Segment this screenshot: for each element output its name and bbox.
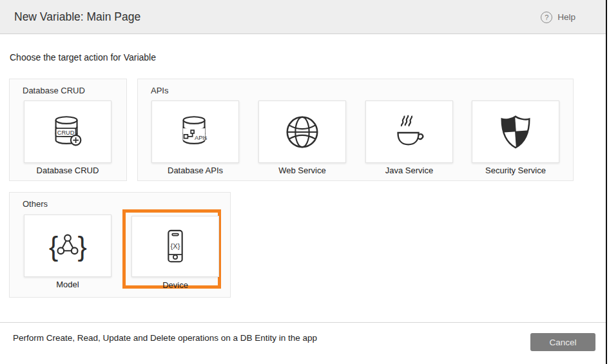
window-right-edge <box>606 0 607 364</box>
card-label-security-service: Security Service <box>472 166 559 175</box>
apis-icon-text: APIs <box>195 134 208 140</box>
device-selection-highlight[interactable]: {X} Device <box>122 209 221 289</box>
database-crud-icon: CRUD <box>48 112 88 152</box>
card-label-device: Device <box>131 280 219 290</box>
card-label-database-apis: Database APIs <box>151 166 239 175</box>
choose-action-subtitle: Choose the target action for Variable <box>10 52 156 62</box>
group-label-database-crud: Database CRUD <box>23 86 85 95</box>
device-phone-icon: {X} <box>155 227 195 267</box>
card-database-apis[interactable]: APIs <box>151 101 239 163</box>
help-label: Help <box>557 12 575 22</box>
new-variable-dialog: New Variable: Main Page ? Help Choose th… <box>0 0 609 364</box>
model-brace-right: } <box>78 230 87 261</box>
dialog-header: New Variable: Main Page ? Help <box>0 0 606 34</box>
group-label-others: Others <box>23 199 48 209</box>
card-security-service[interactable] <box>472 101 559 163</box>
cancel-button[interactable]: Cancel <box>530 333 595 351</box>
card-model[interactable]: { } <box>24 215 111 277</box>
card-java-service[interactable] <box>365 101 453 163</box>
action-description: Perform Create, Read, Update and Delete … <box>13 333 317 343</box>
card-database-crud[interactable]: CRUD <box>24 101 111 163</box>
dialog-title: New Variable: Main Page <box>14 10 140 24</box>
web-service-globe-icon <box>282 112 322 152</box>
java-service-coffee-icon <box>389 112 429 152</box>
help-icon: ? <box>541 12 552 23</box>
group-label-apis: APIs <box>151 86 168 95</box>
help-button[interactable]: ? Help <box>541 0 575 34</box>
card-label-database-crud: Database CRUD <box>24 166 111 175</box>
card-device[interactable]: {X} <box>131 216 219 277</box>
card-label-model: Model <box>24 280 111 289</box>
card-label-java-service: Java Service <box>365 166 453 175</box>
device-icon-text: {X} <box>171 242 180 249</box>
footer-divider <box>0 322 606 323</box>
crud-icon-text: CRUD <box>57 129 75 135</box>
database-apis-icon: APIs <box>175 112 215 152</box>
security-service-shield-icon <box>496 112 536 152</box>
model-icon: { } <box>48 226 88 266</box>
card-label-web-service: Web Service <box>258 166 346 175</box>
card-web-service[interactable] <box>258 101 346 163</box>
model-brace-left: { <box>49 230 58 261</box>
